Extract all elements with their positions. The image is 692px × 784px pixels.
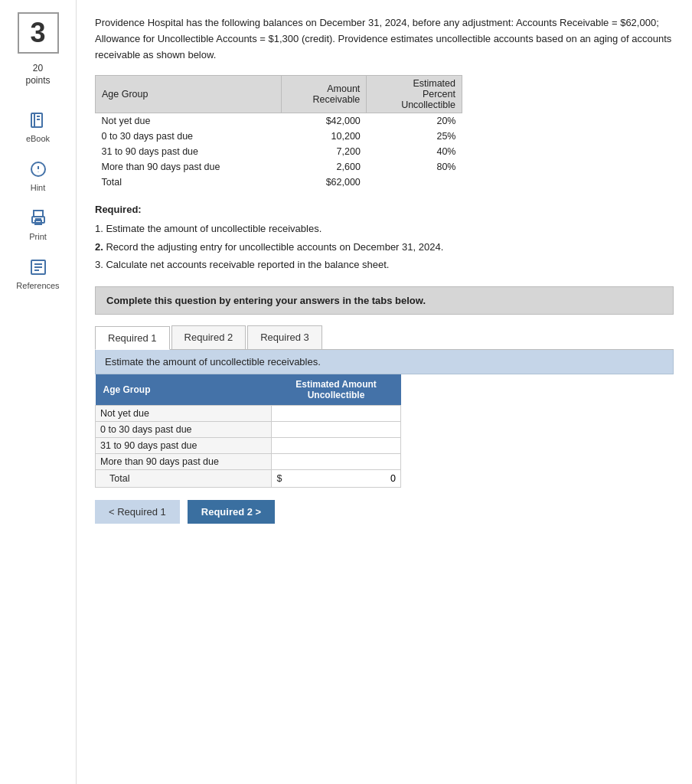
main-content: Providence Hospital has the following ba… xyxy=(77,0,692,784)
total-label: Total xyxy=(96,175,282,190)
table-row: 0 to 30 days past due 10,200 25% xyxy=(96,129,462,144)
age-0-30: 0 to 30 days past due xyxy=(96,129,282,144)
input-total-row: Total $ xyxy=(96,469,401,487)
required-item-2: 2. Record the adjusting entry for uncoll… xyxy=(95,238,674,256)
input-total-label: Total xyxy=(96,469,272,487)
col-percent: EstimatedPercentUncollectible xyxy=(367,76,462,113)
input-table: Age Group Estimated Amount Uncollectible… xyxy=(95,374,401,488)
total-row: Total $62,000 xyxy=(96,175,462,190)
sidebar-item-hint[interactable]: Hint xyxy=(0,151,76,200)
svg-rect-6 xyxy=(34,211,43,217)
percent-90-plus: 80% xyxy=(367,159,462,175)
input-value-0-30[interactable] xyxy=(272,421,401,437)
input-value-not-yet-due[interactable] xyxy=(272,405,401,421)
input-value-31-90[interactable] xyxy=(272,437,401,453)
problem-text: Providence Hospital has the following ba… xyxy=(95,15,674,63)
amount-31-90: 7,200 xyxy=(281,144,367,159)
table-row: Not yet due $42,000 20% xyxy=(96,113,462,129)
input-total-value[interactable] xyxy=(287,469,401,487)
references-label: References xyxy=(16,281,59,290)
complete-box-text: Complete this question by entering your … xyxy=(106,295,426,306)
next-button[interactable]: Required 2 > xyxy=(188,500,275,524)
input-field-90-plus[interactable] xyxy=(275,456,397,468)
required-item-3: 3. Calculate net accounts receivable rep… xyxy=(95,256,674,273)
input-label-0-30: 0 to 30 days past due xyxy=(96,421,272,437)
total-amount: $62,000 xyxy=(281,175,367,190)
tab-required1[interactable]: Required 1 xyxy=(95,326,170,350)
table-row: More than 90 days past due 2,600 80% xyxy=(96,159,462,175)
age-31-90: 31 to 90 days past due xyxy=(96,144,282,159)
required-section: Required: 1. Estimate the amount of unco… xyxy=(95,204,674,273)
input-field-31-90[interactable] xyxy=(275,439,397,452)
print-icon xyxy=(28,207,49,229)
sidebar-item-ebook[interactable]: eBook xyxy=(0,102,76,151)
required-list: 1. Estimate the amount of uncollectible … xyxy=(95,220,674,273)
prev-button[interactable]: < Required 1 xyxy=(95,500,180,524)
svg-point-5 xyxy=(38,172,38,172)
question-number: 3 xyxy=(18,12,59,54)
table-row: 31 to 90 days past due 7,200 40% xyxy=(96,144,462,159)
age-not-yet-due: Not yet due xyxy=(96,113,282,129)
input-field-not-yet-due[interactable] xyxy=(275,407,397,420)
data-table: Age Group AmountReceivable EstimatedPerc… xyxy=(95,75,462,190)
total-dollar-sign: $ xyxy=(272,469,287,487)
hint-label: Hint xyxy=(31,183,46,192)
input-value-90-plus[interactable] xyxy=(272,453,401,469)
required-heading: Required: xyxy=(95,204,674,215)
input-row-0-30: 0 to 30 days past due xyxy=(96,421,401,437)
sidebar: 3 20 points eBook xyxy=(0,0,77,784)
col-age-group: Age Group xyxy=(96,76,282,113)
tab-required3[interactable]: Required 3 xyxy=(247,325,322,349)
complete-question-box: Complete this question by entering your … xyxy=(95,286,674,315)
input-row-90-plus: More than 90 days past due xyxy=(96,453,401,469)
input-col2-header: Estimated Amount Uncollectible xyxy=(272,374,401,406)
input-row-31-90: 31 to 90 days past due xyxy=(96,437,401,453)
percent-31-90: 40% xyxy=(367,144,462,159)
hint-icon xyxy=(28,158,49,180)
input-field-total[interactable] xyxy=(351,472,397,485)
book-icon xyxy=(28,109,49,131)
ebook-label: eBook xyxy=(26,134,50,143)
input-label-not-yet-due: Not yet due xyxy=(96,405,272,421)
tab-required2[interactable]: Required 2 xyxy=(171,325,246,349)
points-label: 20 points xyxy=(25,63,50,87)
nav-buttons: < Required 1 Required 2 > xyxy=(95,500,674,524)
input-field-0-30[interactable] xyxy=(275,423,397,436)
required-item-1: 1. Estimate the amount of uncollectible … xyxy=(95,220,674,237)
sidebar-item-print[interactable]: Print xyxy=(0,200,76,249)
amount-not-yet-due: $42,000 xyxy=(281,113,367,129)
input-row-not-yet-due: Not yet due xyxy=(96,405,401,421)
print-label: Print xyxy=(29,232,47,241)
input-col1-header: Age Group xyxy=(96,374,272,406)
input-label-90-plus: More than 90 days past due xyxy=(96,453,272,469)
amount-90-plus: 2,600 xyxy=(281,159,367,175)
age-90-plus: More than 90 days past due xyxy=(96,159,282,175)
col-amount: AmountReceivable xyxy=(281,76,367,113)
percent-0-30: 25% xyxy=(367,129,462,144)
percent-not-yet-due: 20% xyxy=(367,113,462,129)
estimate-header: Estimate the amount of uncollectible rec… xyxy=(95,350,674,374)
tabs-container: Required 1 Required 2 Required 3 xyxy=(95,325,674,350)
references-icon xyxy=(28,256,49,278)
sidebar-item-references[interactable]: References xyxy=(0,249,76,298)
input-label-31-90: 31 to 90 days past due xyxy=(96,437,272,453)
amount-0-30: 10,200 xyxy=(281,129,367,144)
